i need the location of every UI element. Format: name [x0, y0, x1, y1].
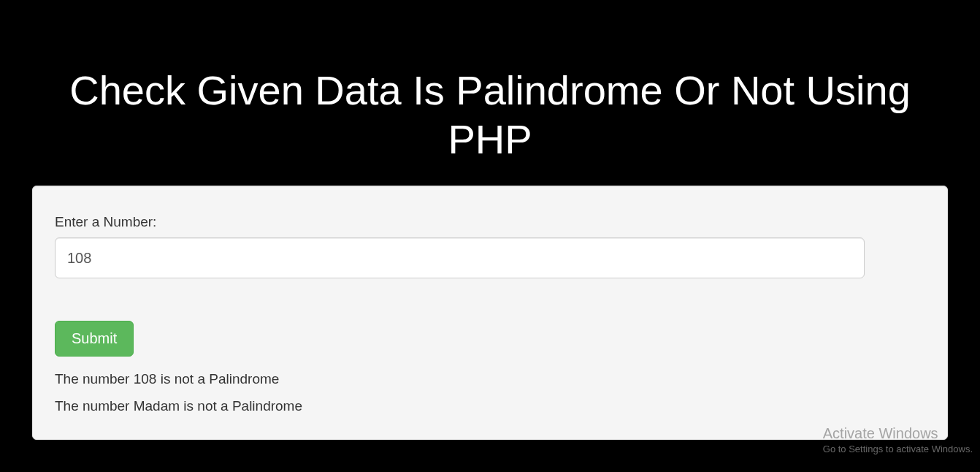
page-title: Check Given Data Is Palindrome Or Not Us… — [0, 0, 980, 186]
number-label: Enter a Number: — [55, 214, 925, 230]
number-input[interactable] — [55, 237, 865, 278]
watermark-title: Activate Windows — [823, 425, 973, 442]
form-group: Enter a Number: — [55, 214, 925, 278]
watermark-subtitle: Go to Settings to activate Windows. — [823, 444, 973, 454]
form-panel: Enter a Number: Submit The number 108 is… — [32, 186, 948, 440]
result-line-1: The number 108 is not a Palindrome — [55, 368, 925, 390]
result-line-2: The number Madam is not a Palindrome — [55, 395, 925, 417]
submit-button[interactable]: Submit — [55, 321, 134, 357]
windows-watermark: Activate Windows Go to Settings to activ… — [823, 425, 973, 454]
